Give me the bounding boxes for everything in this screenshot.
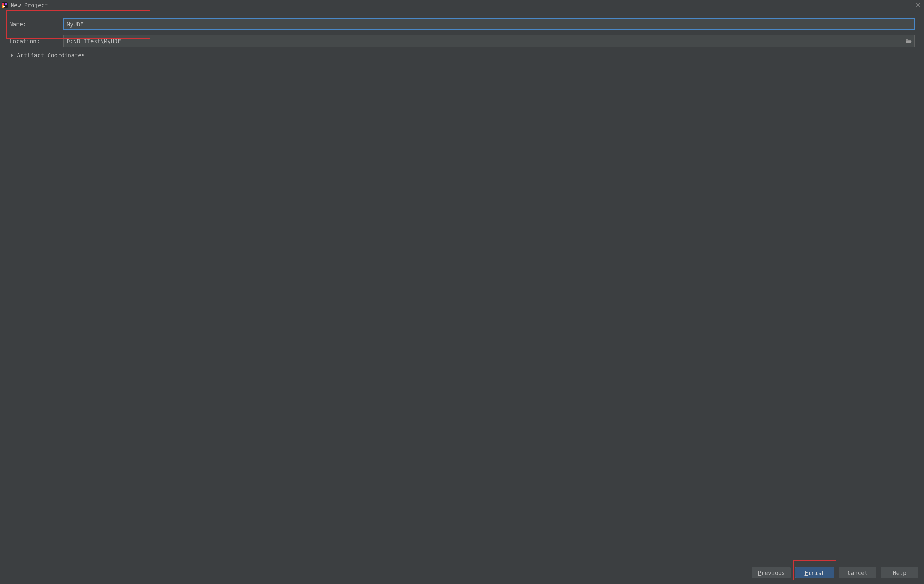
svg-rect-4 [3,6,5,7]
name-input[interactable] [63,18,915,30]
previous-rest: revious [761,569,785,576]
dialog-content: Name: Location: [0,10,924,561]
cancel-button[interactable]: Cancel [839,567,876,578]
location-row: Location: [9,35,915,47]
location-input-wrap [63,35,915,47]
dialog-footer: Previous Finish Cancel Help [0,561,924,584]
new-project-dialog: New Project Name: Location: [0,0,924,584]
close-icon [915,3,920,8]
help-label: Help [893,569,906,576]
help-button[interactable]: Help [881,567,918,578]
name-input-wrap [63,18,915,30]
folder-open-icon [905,38,912,44]
name-label: Name: [9,21,63,28]
close-button[interactable] [913,1,922,9]
location-input[interactable] [63,35,915,47]
previous-button[interactable]: Previous [752,567,791,578]
artifact-coordinates-toggle[interactable]: Artifact Coordinates [9,52,915,59]
browse-folder-button[interactable] [905,38,912,44]
previous-mnemonic: P [758,569,761,576]
artifact-coordinates-label: Artifact Coordinates [17,52,85,59]
location-label: Location: [9,38,63,45]
finish-button[interactable]: Finish [795,567,835,578]
finish-mnemonic: F [804,569,808,576]
svg-rect-2 [5,3,7,5]
window-title: New Project [11,2,48,8]
name-row: Name: [9,18,915,30]
finish-rest: inish [808,569,825,576]
svg-marker-7 [11,54,13,57]
cancel-label: Cancel [847,569,868,576]
chevron-right-icon [9,53,15,57]
intellij-icon [2,2,8,8]
svg-rect-1 [2,3,4,5]
titlebar: New Project [0,0,924,10]
